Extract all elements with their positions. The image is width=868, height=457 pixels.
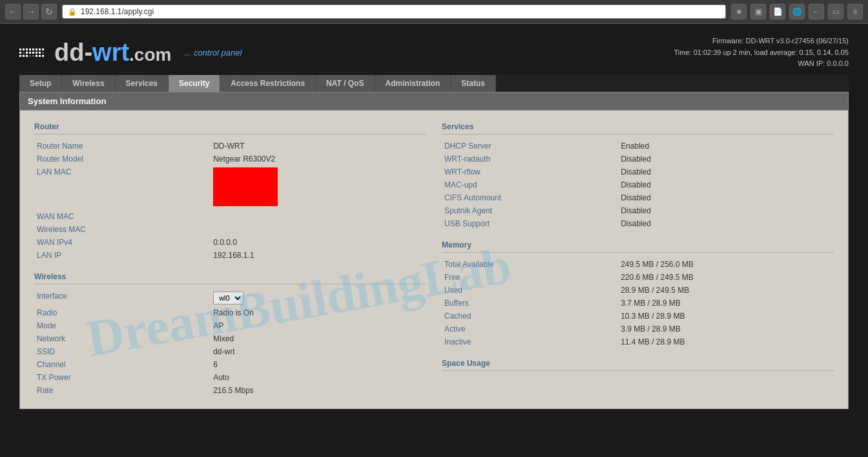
dhcp-value: Enabled xyxy=(618,140,834,153)
right-panel: Services DHCP Server Enabled WRT-radauth… xyxy=(434,117,842,402)
table-row: WAN IPv4 0.0.0.0 xyxy=(34,236,426,249)
wan-ipv4-label: WAN IPv4 xyxy=(34,236,211,249)
radio-label: Radio xyxy=(34,306,211,319)
table-row: Free 220.6 MB / 249.5 MB xyxy=(442,271,834,284)
channel-value: 6 xyxy=(211,358,426,371)
table-row: Mode AP xyxy=(34,319,426,332)
tab-administration[interactable]: Administration xyxy=(375,75,451,92)
section-title: System Information xyxy=(28,96,106,106)
free-value: 220.6 MB / 249.5 MB xyxy=(618,271,834,284)
logo-area: dd- wrt .com ... control panel xyxy=(19,39,242,67)
router-name-label: Router Name xyxy=(34,140,211,153)
address-bar[interactable]: 🔒 192.168.1.1/apply.cgi xyxy=(62,5,726,19)
lan-mac-value xyxy=(211,165,426,210)
inactive-value: 11.4 MB / 28.9 MB xyxy=(618,335,834,348)
tab-nat-qos[interactable]: NAT / QoS xyxy=(316,75,375,92)
table-row: Network Mixed xyxy=(34,332,426,345)
network-label: Network xyxy=(34,332,211,345)
page-wrapper: dd- wrt .com ... control panel Firmware:… xyxy=(0,24,868,422)
free-label: Free xyxy=(442,271,618,284)
section-header: System Information xyxy=(20,92,848,111)
table-row: MAC-upd Disabled xyxy=(442,178,834,191)
memory-section: Memory Total Available 249.5 MB / 256.0 … xyxy=(442,240,834,348)
firmware-line2: Time: 01:02:39 up 2 min, load average: 0… xyxy=(674,47,849,59)
cifs-label: CIFS Automount xyxy=(442,191,618,204)
interface-select[interactable]: wl0 wl1 xyxy=(213,292,243,304)
table-row: SSID dd-wrt xyxy=(34,345,426,358)
back-button[interactable]: ← xyxy=(5,4,21,19)
network-value: Mixed xyxy=(211,332,426,345)
router-name-value: DD-WRT xyxy=(211,140,426,153)
table-row: Sputnik Agent Disabled xyxy=(442,204,834,217)
wrt-rflow-label: WRT-rflow xyxy=(442,165,618,178)
wireless-mac-label: Wireless MAC xyxy=(34,223,211,236)
table-row: Inactive 11.4 MB / 28.9 MB xyxy=(442,335,834,348)
buffers-label: Buffers xyxy=(442,297,618,310)
services-table: DHCP Server Enabled WRT-radauth Disabled… xyxy=(442,140,834,230)
extensions-icon[interactable]: ▣ xyxy=(750,4,766,19)
sputnik-value: Disabled xyxy=(618,204,834,217)
cached-label: Cached xyxy=(442,310,618,323)
wireless-table: Interface wl0 wl1 Radio Ra xyxy=(34,290,426,397)
menu-icon[interactable]: ≡ xyxy=(847,4,863,19)
translate-icon[interactable]: 🌐 xyxy=(789,4,805,19)
lan-ip-label: LAN IP xyxy=(34,249,211,262)
wireless-section-title: Wireless xyxy=(34,272,426,284)
usb-value: Disabled xyxy=(618,217,834,230)
tab-setup[interactable]: Setup xyxy=(19,75,62,92)
inactive-label: Inactive xyxy=(442,335,618,348)
tab-wireless[interactable]: Wireless xyxy=(62,75,115,92)
active-value: 3.9 MB / 28.9 MB xyxy=(618,323,834,335)
cifs-value: Disabled xyxy=(618,191,834,204)
wireless-section: Wireless Interface wl0 wl1 xyxy=(34,272,426,397)
mac-upd-value: Disabled xyxy=(618,178,834,191)
table-row: DHCP Server Enabled xyxy=(442,140,834,153)
history-back-icon[interactable]: ← xyxy=(809,4,824,19)
table-row: WRT-rflow Disabled xyxy=(442,165,834,178)
table-row: LAN IP 192.168.1.1 xyxy=(34,249,426,262)
services-section: Services DHCP Server Enabled WRT-radauth… xyxy=(442,122,834,230)
router-model-value: Netgear R6300V2 xyxy=(211,153,426,165)
channel-label: Channel xyxy=(34,358,211,371)
lan-mac-label: LAN MAC xyxy=(34,165,211,210)
table-row: TX Power Auto xyxy=(34,371,426,384)
router-section-title: Router xyxy=(34,122,426,134)
usb-label: USB Support xyxy=(442,217,618,230)
wan-ipv4-value: 0.0.0.0 xyxy=(211,236,426,249)
bookmark-star-icon[interactable]: ★ xyxy=(731,4,747,19)
services-section-title: Services xyxy=(442,122,834,134)
table-row: Active 3.9 MB / 28.9 MB xyxy=(442,323,834,335)
interface-value: wl0 wl1 xyxy=(211,290,426,306)
table-row: Interface wl0 wl1 xyxy=(34,290,426,306)
content-area: System Information Router Router Name DD… xyxy=(19,92,849,409)
mac-image-placeholder xyxy=(213,167,278,206)
memory-table: Total Available 249.5 MB / 256.0 MB Free… xyxy=(442,258,834,348)
wrt-radauth-value: Disabled xyxy=(618,153,834,165)
router-model-label: Router Model xyxy=(34,153,211,165)
memory-section-title: Memory xyxy=(442,240,834,253)
lock-icon: 🔒 xyxy=(68,8,77,16)
dhcp-label: DHCP Server xyxy=(442,140,618,153)
table-row: LAN MAC xyxy=(34,165,426,210)
tab-access-restrictions[interactable]: Access Restrictions xyxy=(220,75,316,92)
tx-power-label: TX Power xyxy=(34,371,211,384)
interface-label: Interface xyxy=(34,290,211,306)
router-section: Router Router Name DD-WRT Router Model N… xyxy=(34,122,426,262)
used-value: 28.9 MB / 249.5 MB xyxy=(618,284,834,297)
nav-tabs: Setup Wireless Services Security Access … xyxy=(19,75,849,92)
space-usage-section: Space Usage xyxy=(442,359,834,371)
cached-value: 10.3 MB / 28.9 MB xyxy=(618,310,834,323)
table-row: CIFS Automount Disabled xyxy=(442,191,834,204)
wireless-mac-value xyxy=(211,223,426,236)
firmware-line1: Firmware: DD-WRT v3.0-r27456 (06/27/15) xyxy=(674,36,849,47)
forward-button[interactable]: → xyxy=(23,4,39,19)
cast-icon[interactable]: ▭ xyxy=(828,4,843,19)
tab-services[interactable]: Services xyxy=(116,75,169,92)
tab-status[interactable]: Status xyxy=(451,75,496,92)
pdf-icon[interactable]: 📄 xyxy=(770,4,785,19)
logo-subtitle: ... control panel xyxy=(184,48,242,58)
refresh-button[interactable]: ↻ xyxy=(41,4,57,19)
tab-security[interactable]: Security xyxy=(169,75,220,92)
table-row: Rate 216.5 Mbps xyxy=(34,384,426,397)
browser-actions: ★ ▣ 📄 🌐 ← ▭ ≡ xyxy=(731,4,863,19)
